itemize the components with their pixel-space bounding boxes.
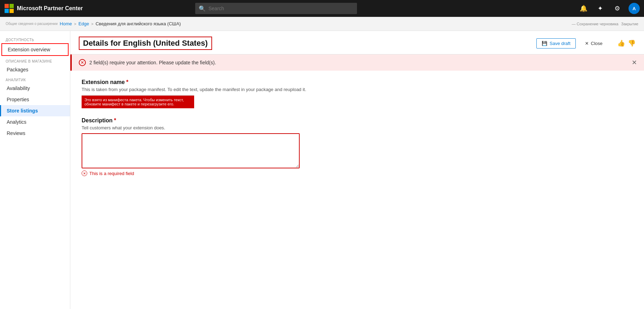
svg-rect-2 xyxy=(5,9,9,13)
settings-button[interactable]: ⚙ xyxy=(612,3,623,14)
sidebar-section-analytics: Аналитик xyxy=(0,75,70,83)
topbar-right: 🔔 ✦ ⚙ A xyxy=(578,3,640,14)
sidebar: Доступность Extension overview Описание … xyxy=(0,31,70,309)
feedback-buttons: 👍 👎 xyxy=(617,39,636,47)
search-input[interactable] xyxy=(209,6,353,11)
main-content: Details for English (United States) 💾 Sa… xyxy=(70,31,644,309)
close-label: Close xyxy=(591,41,602,46)
extension-name-required-star: * xyxy=(126,79,128,85)
description-field: Description * Tell customers what your e… xyxy=(82,117,633,176)
form-area: Extension name * This is taken from your… xyxy=(70,71,644,194)
sidebar-item-packages-label: Packages xyxy=(7,67,28,72)
close-x-icon: ✕ xyxy=(585,41,589,46)
manifest-warning: Это взято из манифеста пакета. Чтобы изм… xyxy=(82,96,194,108)
svg-rect-0 xyxy=(5,4,9,8)
thumbs-down-icon: 👎 xyxy=(628,40,636,47)
alert-icon: ✕ xyxy=(79,59,86,66)
sidebar-section-accessibility: Доступность xyxy=(0,35,70,43)
save-draft-button[interactable]: 💾 Save draft xyxy=(536,38,575,49)
save-icon: 💾 xyxy=(542,41,547,46)
error-text: This is a required field xyxy=(89,171,134,176)
breadcrumb-current: Сведения для английского языка (США) xyxy=(96,21,181,26)
topbar: Microsoft Partner Center 🔍 🔔 ✦ ⚙ A xyxy=(0,0,644,17)
description-label-text: Description xyxy=(82,117,113,124)
sidebar-item-properties[interactable]: Properties xyxy=(0,94,70,105)
close-hint: Закрытие xyxy=(621,22,638,26)
breadcrumb-edge[interactable]: Edge xyxy=(78,21,89,26)
copilot-icon: ✦ xyxy=(598,5,603,12)
description-label: Description * xyxy=(82,117,633,124)
sidebar-item-extension-overview[interactable]: Extension overview xyxy=(1,43,69,56)
page-header: Details for English (United States) 💾 Sa… xyxy=(70,31,644,54)
error-icon: ✕ xyxy=(82,170,87,176)
extension-name-hint: This is taken from your package manifest… xyxy=(82,87,633,92)
sidebar-item-availability-label: Availability xyxy=(7,85,30,91)
thumbs-up-button[interactable]: 👍 xyxy=(617,39,625,47)
description-hint: Tell customers what your extension does. xyxy=(82,125,633,130)
sidebar-item-reviews-label: Reviews xyxy=(7,130,25,136)
sidebar-item-store-listings-label: Store listings xyxy=(7,108,38,114)
sidebar-item-analytics-label: Analytics xyxy=(7,119,26,125)
alert-banner: ✕ 2 field(s) require your attention. Ple… xyxy=(70,54,644,71)
sidebar-section-store: Описание в Магазине xyxy=(0,57,70,64)
sidebar-item-packages[interactable]: Packages xyxy=(0,64,70,75)
extension-name-label: Extension name * xyxy=(82,79,633,85)
description-textarea[interactable] xyxy=(82,133,300,168)
sidebar-item-extension-overview-label: Extension overview xyxy=(8,47,50,52)
avatar[interactable]: A xyxy=(629,3,640,14)
sidebar-item-properties-label: Properties xyxy=(7,97,29,102)
breadcrumb-sep-1: > xyxy=(74,22,76,26)
save-draft-label: Save draft xyxy=(549,41,570,46)
search-bar[interactable]: 🔍 xyxy=(195,3,357,14)
ms-logo-icon xyxy=(4,4,14,13)
breadcrumb: Общие сведения о расширении Home > Edge … xyxy=(0,17,644,31)
save-draft-hint: — Сохранение черновика xyxy=(572,22,618,26)
notification-button[interactable]: 🔔 xyxy=(578,3,589,14)
description-error: ✕ This is a required field xyxy=(82,170,633,176)
thumbs-down-button[interactable]: 👎 xyxy=(628,39,636,47)
search-icon: 🔍 xyxy=(199,5,206,12)
logo: Microsoft Partner Center xyxy=(4,4,83,13)
close-button[interactable]: ✕ Close xyxy=(580,39,607,48)
sidebar-item-reviews[interactable]: Reviews xyxy=(0,128,70,139)
logo-text: Microsoft Partner Center xyxy=(17,5,83,12)
description-required-star: * xyxy=(114,117,116,124)
sidebar-item-availability[interactable]: Availability xyxy=(0,83,70,94)
breadcrumb-home[interactable]: Home xyxy=(60,21,72,26)
thumbs-up-icon: 👍 xyxy=(617,40,625,47)
alert-close-icon: ✕ xyxy=(632,59,637,66)
sidebar-item-store-listings[interactable]: Store listings xyxy=(0,105,70,116)
svg-rect-1 xyxy=(9,4,14,8)
layout: Доступность Extension overview Описание … xyxy=(0,31,644,309)
alert-text: 2 field(s) require your attention. Pleas… xyxy=(89,60,216,65)
notification-icon: 🔔 xyxy=(580,5,587,12)
settings-icon: ⚙ xyxy=(614,5,620,12)
copilot-button[interactable]: ✦ xyxy=(595,3,606,14)
sidebar-item-analytics[interactable]: Analytics xyxy=(0,116,70,128)
extension-name-field: Extension name * This is taken from your… xyxy=(82,79,633,108)
alert-banner-content: ✕ 2 field(s) require your attention. Ple… xyxy=(79,59,216,66)
svg-rect-3 xyxy=(9,9,14,13)
breadcrumb-sep-2: > xyxy=(91,22,93,26)
page-header-actions: 💾 Save draft ✕ Close 👍 👎 xyxy=(536,38,636,49)
page-title: Details for English (United States) xyxy=(79,37,212,50)
alert-close-button[interactable]: ✕ xyxy=(632,59,637,66)
breadcrumb-small-label: Общие сведения о расширении xyxy=(6,22,58,26)
extension-name-label-text: Extension name xyxy=(82,79,125,85)
